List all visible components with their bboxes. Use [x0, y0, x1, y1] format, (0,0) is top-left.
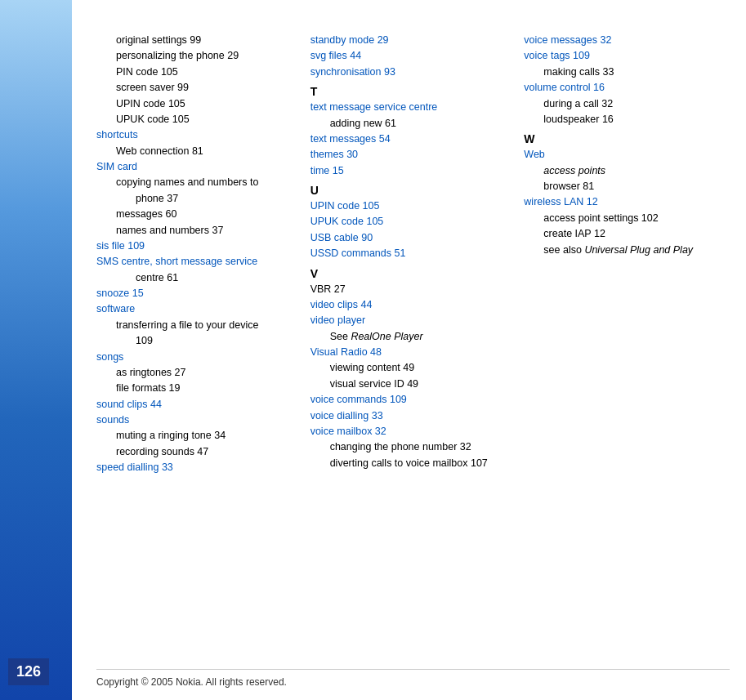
sidebar: 126 — [0, 0, 72, 700]
list-item: voice tags 109 — [524, 48, 730, 64]
list-item: video clips 44 — [310, 297, 516, 313]
list-item: VBR 27 — [310, 282, 516, 297]
list-item: UPIN code 105 — [96, 96, 302, 112]
list-item: T — [310, 85, 516, 98]
list-item: messages 60 — [96, 207, 302, 222]
copyright-text: Copyright © 2005 Nokia. All rights reser… — [96, 676, 287, 688]
list-item: recording sounds 47 — [96, 444, 302, 460]
list-item: UPUK code 105 — [310, 214, 516, 230]
list-item: standby mode 29 — [310, 33, 516, 48]
list-item: changing the phone number 32 — [310, 439, 516, 455]
columns: original settings 99personalizing the ph… — [96, 33, 730, 661]
list-item: loudspeaker 16 — [524, 112, 730, 127]
list-item: sound clips 44 — [96, 397, 302, 412]
list-item: See RealOne Player — [310, 329, 516, 345]
list-item: U — [310, 184, 516, 197]
list-item: viewing content 49 — [310, 360, 516, 376]
list-item: USSD commands 51 — [310, 246, 516, 261]
list-item: text messages 54 — [310, 132, 516, 147]
list-item: text message service centre — [310, 100, 516, 115]
list-item: sis file 109 — [96, 239, 302, 254]
list-item: wireless LAN 12 — [524, 194, 730, 210]
list-item: original settings 99 — [96, 33, 302, 48]
list-item: voice mailbox 32 — [310, 424, 516, 439]
list-item: voice dialling 33 — [310, 408, 516, 424]
list-item: Visual Radio 48 — [310, 345, 516, 360]
list-item: V — [310, 267, 516, 280]
column-2: standby mode 29svg files 44synchronisati… — [310, 33, 525, 661]
column-1: original settings 99personalizing the ph… — [96, 33, 310, 661]
list-item: 109 — [96, 333, 302, 349]
list-item: W — [524, 132, 730, 145]
list-item: copying names and numbers to — [96, 175, 302, 190]
list-item: shortcuts — [96, 127, 302, 143]
page-number: 126 — [8, 658, 49, 685]
list-item: SMS centre, short message service — [96, 254, 302, 270]
list-item: file formats 19 — [96, 381, 302, 396]
list-item: access points — [524, 163, 730, 179]
list-item: adding new 61 — [310, 116, 516, 132]
list-item: synchronisation 93 — [310, 65, 516, 80]
list-item: during a call 32 — [524, 96, 730, 112]
list-item: phone 37 — [96, 191, 302, 207]
list-item: themes 30 — [310, 147, 516, 163]
list-item: see also Universal Plug and Play — [524, 243, 730, 258]
list-item: USB cable 90 — [310, 230, 516, 246]
list-item: screen saver 99 — [96, 80, 302, 96]
list-item: volume control 16 — [524, 80, 730, 96]
column-3: voice messages 32voice tags 109making ca… — [524, 33, 730, 661]
list-item: transferring a file to your device — [96, 318, 302, 333]
list-item: as ringtones 27 — [96, 365, 302, 381]
list-item: voice commands 109 — [310, 392, 516, 408]
footer: Copyright © 2005 Nokia. All rights reser… — [96, 669, 730, 688]
list-item: UPUK code 105 — [96, 112, 302, 127]
list-item: snooze 15 — [96, 286, 302, 301]
list-item: songs — [96, 350, 302, 365]
list-item: muting a ringing tone 34 — [96, 428, 302, 444]
list-item: Web — [524, 147, 730, 163]
list-item: video player — [310, 313, 516, 328]
list-item: SIM card — [96, 159, 302, 175]
list-item: voice messages 32 — [524, 33, 730, 48]
list-item: speed dialling 33 — [96, 460, 302, 475]
list-item: visual service ID 49 — [310, 377, 516, 392]
list-item: time 15 — [310, 163, 516, 179]
list-item: browser 81 — [524, 179, 730, 194]
list-item: Web connection 81 — [96, 144, 302, 159]
list-item: making calls 33 — [524, 65, 730, 80]
list-item: PIN code 105 — [96, 65, 302, 80]
list-item: names and numbers 37 — [96, 223, 302, 239]
list-item: access point settings 102 — [524, 211, 730, 226]
list-item: software — [96, 301, 302, 317]
list-item: svg files 44 — [310, 48, 516, 64]
list-item: centre 61 — [96, 270, 302, 286]
list-item: personalizing the phone 29 — [96, 48, 302, 64]
list-item: diverting calls to voice mailbox 107 — [310, 456, 516, 471]
list-item: create IAP 12 — [524, 226, 730, 242]
list-item: sounds — [96, 412, 302, 428]
main-content: original settings 99personalizing the ph… — [72, 0, 746, 700]
list-item: UPIN code 105 — [310, 198, 516, 214]
